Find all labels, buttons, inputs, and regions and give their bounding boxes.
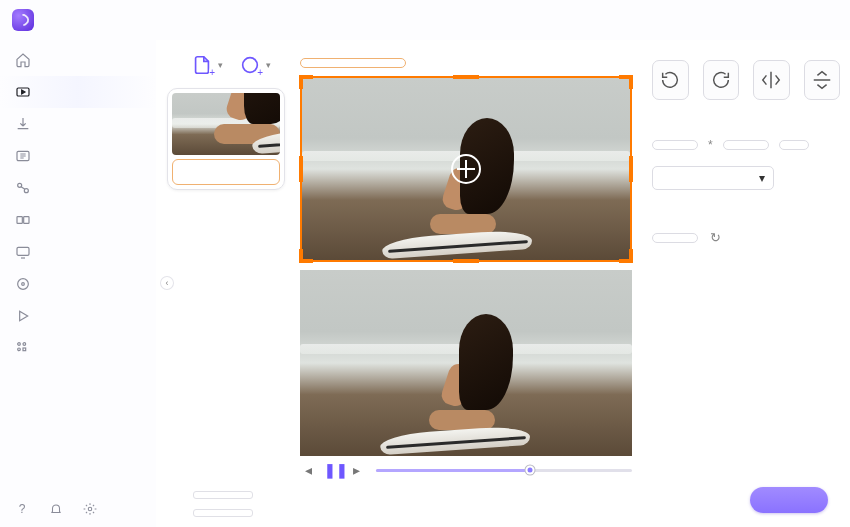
seek-track[interactable]	[376, 469, 632, 472]
svg-rect-6	[17, 247, 29, 255]
output-preview	[300, 270, 632, 456]
svg-point-9	[18, 343, 21, 346]
crop-handle-br[interactable]	[619, 249, 633, 263]
clip-mini-tools	[172, 159, 280, 185]
svg-point-14	[243, 58, 258, 73]
notifications-icon[interactable]	[48, 501, 64, 517]
downloader-icon	[14, 115, 32, 133]
content: +▾ +▾	[156, 40, 850, 527]
clips-pane: +▾ +▾	[156, 40, 296, 527]
properties-pane: * ▾ ↻	[652, 44, 850, 527]
output-format-select[interactable]	[193, 491, 253, 499]
player-icon	[14, 307, 32, 325]
svg-point-13	[88, 507, 92, 511]
pause-icon[interactable]: ❚❚	[324, 462, 340, 478]
sidebar-item-converter[interactable]	[0, 76, 156, 108]
crop-handle-right[interactable]	[629, 156, 633, 182]
home-icon	[14, 51, 32, 69]
converter-icon	[14, 83, 32, 101]
crop-frame[interactable]	[300, 76, 632, 262]
add-folder-icon[interactable]: +▾	[239, 54, 261, 76]
sidebar-item-compressor[interactable]	[0, 140, 156, 172]
crop-handle-tr[interactable]	[619, 75, 633, 89]
svg-point-7	[18, 279, 29, 290]
clip-card[interactable]	[167, 88, 285, 190]
file-location-input[interactable]	[193, 509, 253, 517]
help-icon[interactable]: ?	[14, 501, 30, 517]
svg-rect-5	[24, 217, 29, 224]
sidebar-item-downloader[interactable]	[0, 108, 156, 140]
sidebar-collapse-icon[interactable]: ‹	[160, 276, 174, 290]
titlebar	[0, 0, 850, 40]
multiply-symbol: *	[708, 138, 713, 152]
crop-width-input[interactable]	[652, 140, 698, 150]
ok-button[interactable]	[750, 487, 828, 513]
rotate-cw-button[interactable]	[703, 60, 740, 100]
sidebar-item-player[interactable]	[0, 300, 156, 332]
move-icon[interactable]	[451, 154, 481, 184]
sidebar-item-toolbox[interactable]	[0, 332, 156, 364]
svg-rect-12	[23, 348, 26, 351]
settings-icon[interactable]	[82, 501, 98, 517]
output-rows	[185, 491, 253, 517]
playbar: ◂ ❚❚ ▸	[300, 460, 632, 480]
svg-point-8	[22, 283, 25, 286]
clip-thumbnail	[172, 93, 280, 155]
apply-to-all-button[interactable]	[652, 233, 698, 243]
rotate-ccw-button[interactable]	[652, 60, 689, 100]
editor-pane: ◂ ❚❚ ▸	[296, 40, 850, 527]
prev-frame-icon[interactable]: ◂	[300, 462, 316, 478]
crop-handle-left[interactable]	[299, 156, 303, 182]
add-file-icon[interactable]: +▾	[191, 54, 213, 76]
seek-progress	[376, 469, 530, 472]
video-column: ◂ ❚❚ ▸	[296, 44, 632, 527]
sidebar-item-home[interactable]	[0, 44, 156, 76]
crop-handle-tl[interactable]	[299, 75, 313, 89]
sidebar-item-merger[interactable]	[0, 204, 156, 236]
crop-height-input[interactable]	[723, 140, 769, 150]
toolbox-icon	[14, 339, 32, 357]
seek-knob[interactable]	[525, 466, 534, 475]
crop-handle-bottom[interactable]	[453, 259, 479, 263]
svg-rect-4	[17, 217, 22, 224]
dvd-burner-icon	[14, 275, 32, 293]
chevron-down-icon: ▾	[759, 171, 765, 185]
app-logo	[12, 9, 34, 31]
video-editor-icon	[14, 179, 32, 197]
next-frame-icon[interactable]: ▸	[348, 462, 364, 478]
sidebar-item-screen-recorder[interactable]	[0, 236, 156, 268]
flip-vertical-button[interactable]	[804, 60, 841, 100]
clip-toolbar: +▾ +▾	[191, 54, 261, 76]
sidebar-item-dvd-burner[interactable]	[0, 268, 156, 300]
compressor-icon	[14, 147, 32, 165]
crop-handle-top[interactable]	[453, 75, 479, 79]
sidebar	[0, 40, 156, 527]
bottom-icons: ?	[14, 501, 98, 517]
svg-point-11	[18, 348, 21, 351]
aspect-ratio-select[interactable]: ▾	[652, 166, 774, 190]
crop-handle-bl[interactable]	[299, 249, 313, 263]
sidebar-item-video-editor[interactable]	[0, 172, 156, 204]
reset-icon[interactable]: ↻	[710, 230, 721, 245]
main: ‹ ? +▾ +▾	[0, 40, 850, 527]
merger-icon	[14, 211, 32, 229]
flip-horizontal-button[interactable]	[753, 60, 790, 100]
editor-tabs	[300, 58, 406, 68]
svg-point-10	[23, 343, 26, 346]
screen-recorder-icon	[14, 243, 32, 261]
align-center-button[interactable]	[779, 140, 809, 150]
